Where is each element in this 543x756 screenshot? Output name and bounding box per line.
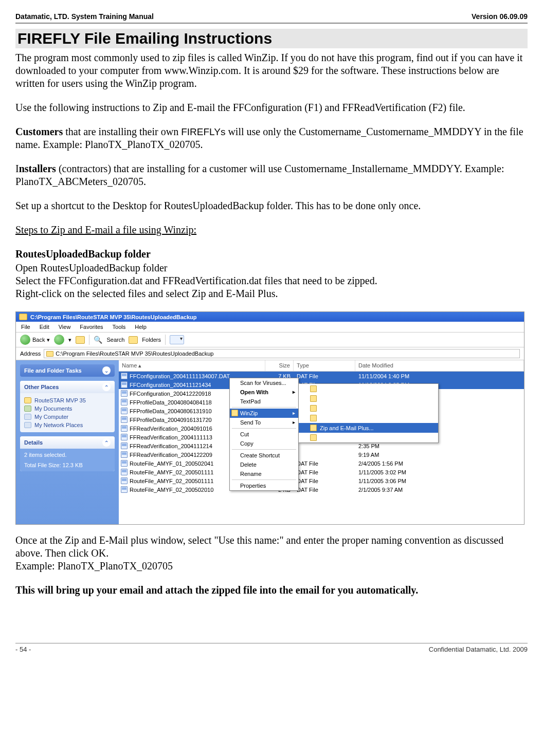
menu-item[interactable]: TextPad bbox=[230, 397, 298, 406]
tasks-header[interactable]: File and Folder Tasks ⌄ bbox=[20, 364, 115, 377]
menu-item[interactable]: Properties bbox=[230, 481, 298, 490]
menu-item[interactable]: Rename bbox=[230, 469, 298, 478]
winzip-icon bbox=[310, 385, 317, 392]
menu-tools[interactable]: Tools bbox=[113, 324, 126, 330]
menu-item-label: Delete bbox=[240, 462, 257, 468]
collapse-icon: ⌄ bbox=[102, 366, 111, 375]
menu-item-label: TextPad bbox=[240, 398, 261, 404]
file-name: FFConfiguration_20041111134007.DAT bbox=[130, 373, 230, 379]
file-date: 2/4/2005 1:56 PM bbox=[355, 460, 524, 467]
file-row[interactable]: FFReadVerification_20041222099:19 AM bbox=[119, 450, 524, 459]
fireflys-label: FIREFLYs bbox=[181, 126, 225, 137]
forward-button[interactable] bbox=[54, 335, 64, 345]
submenu-item[interactable]: Zip and E-Mail Plus... bbox=[299, 423, 438, 433]
window-titlebar[interactable]: C:\Program Files\RouteSTAR MVP 35\Routes… bbox=[16, 312, 524, 322]
menu-view[interactable]: View bbox=[59, 324, 71, 330]
menu-file[interactable]: File bbox=[21, 324, 30, 330]
file-row[interactable]: RouteFile_AMYF_02_2005020102 KBDAT File2… bbox=[119, 485, 524, 494]
tasks-box: File and Folder Tasks ⌄ bbox=[20, 364, 115, 377]
place-item[interactable]: My Network Places bbox=[24, 421, 111, 429]
winzip-icon bbox=[231, 410, 238, 416]
col-date[interactable]: Date Modified bbox=[355, 360, 524, 371]
address-path: C:\Program Files\RouteSTAR MVP 35\Routes… bbox=[56, 351, 213, 357]
file-name: RouteFile_AMYF_02_200502010 bbox=[130, 487, 213, 493]
menu-edit[interactable]: Edit bbox=[40, 324, 49, 330]
submenu-item-label: Add to RoutesUploadedBackup.zip bbox=[320, 396, 408, 402]
submenu-item[interactable]: Configure bbox=[299, 433, 438, 442]
menu-favorites[interactable]: Favorites bbox=[80, 324, 103, 330]
submenu-item-label: Zip and E-Mail RoutesUploadedBackup.zip bbox=[320, 415, 428, 421]
file-name: FFProfileData_20040916131720 bbox=[130, 417, 212, 423]
submenu-item[interactable]: Add to RoutesUploadedBackup.zip bbox=[299, 394, 438, 403]
folder-icon bbox=[19, 314, 27, 320]
file-icon bbox=[121, 477, 128, 484]
col-name[interactable]: Name ▴ bbox=[119, 360, 265, 371]
menu-item[interactable]: Create Shortcut bbox=[230, 451, 298, 460]
window-body: File and Folder Tasks ⌄ Other Places ⌃ R… bbox=[16, 360, 524, 524]
back-button[interactable]: Back ▾ bbox=[20, 335, 50, 345]
confidential-label: Confidential Datamatic, Ltd. 2009 bbox=[429, 646, 528, 653]
menu-item-label: Create Shortcut bbox=[240, 452, 280, 458]
file-columns: Name ▴ Size Type Date Modified bbox=[119, 360, 524, 372]
menu-item-label: Scan for Viruses... bbox=[240, 380, 286, 386]
file-name: FFReadVerification_2004111214 bbox=[130, 443, 212, 449]
menu-item[interactable]: Cut bbox=[230, 430, 298, 439]
explorer-window: C:\Program Files\RouteSTAR MVP 35\Routes… bbox=[15, 311, 524, 525]
menu-item-label: Cut bbox=[240, 431, 249, 437]
file-icon bbox=[121, 434, 128, 440]
menu-item-label: Properties bbox=[240, 483, 266, 489]
views-button[interactable] bbox=[170, 335, 184, 344]
place-label: My Network Places bbox=[34, 422, 83, 428]
installers-text: (contractors) that are installing for a … bbox=[15, 163, 504, 187]
place-label: RouteSTAR MVP 35 bbox=[34, 397, 86, 403]
folders-button[interactable]: Folders bbox=[142, 337, 161, 343]
menu-item[interactable]: Send To bbox=[230, 418, 298, 427]
shortcut-paragraph: Set up a shortcut to the Desktop for Rou… bbox=[15, 199, 528, 212]
up-button[interactable] bbox=[76, 336, 85, 344]
col-type[interactable]: Type bbox=[294, 360, 355, 371]
col-size[interactable]: Size bbox=[265, 360, 294, 371]
menu-item[interactable]: Copy bbox=[230, 439, 298, 448]
chevron-down-icon: ▾ bbox=[68, 337, 71, 343]
installers-label: nstallers bbox=[19, 163, 56, 174]
menu-item-label: Rename bbox=[240, 471, 262, 477]
winzip-icon bbox=[310, 395, 317, 402]
menu-item[interactable]: Scan for Viruses... bbox=[230, 378, 298, 388]
file-row[interactable]: RouteFile_AMYF_02_2005011112 KBDAT File1… bbox=[119, 468, 524, 476]
place-item[interactable]: My Computer bbox=[24, 413, 111, 421]
address-input[interactable]: C:\Program Files\RouteSTAR MVP 35\Routes… bbox=[44, 349, 520, 358]
submenu-item-label: Configure bbox=[320, 435, 345, 441]
submenu-item[interactable]: Zip and E-Mail RoutesUploadedBackup.zip bbox=[299, 413, 438, 423]
step-3: Right-click on the selected files and se… bbox=[15, 287, 528, 300]
page-title: FIREFLY File Emailing Instructions bbox=[15, 29, 528, 48]
back-label: Back bbox=[32, 337, 45, 343]
file-type: DAT File bbox=[294, 478, 355, 484]
winzip-submenu: Add to Zip file...Add to RoutesUploadedB… bbox=[298, 383, 439, 443]
places-header[interactable]: Other Places ⌃ bbox=[20, 381, 115, 393]
submenu-item[interactable]: Add to Zip file... bbox=[299, 384, 438, 394]
file-row[interactable]: RouteFile_AMYF_01_200502041DAT File2/4/2… bbox=[119, 459, 524, 468]
step-1: Open RoutesUploadedBackup folder bbox=[15, 262, 528, 274]
file-row[interactable]: FFConfiguration_20041111134007.DAT7 KBDA… bbox=[119, 372, 524, 380]
file-icon bbox=[121, 469, 128, 475]
file-row[interactable]: RouteFile_AMYF_02_2005011113 KBDAT File1… bbox=[119, 476, 524, 485]
submenu-item-label: Add to recently used Zip file bbox=[320, 405, 390, 412]
menu-help[interactable]: Help bbox=[135, 324, 147, 330]
menu-item[interactable]: Delete bbox=[230, 460, 298, 469]
tasks-title: File and Folder Tasks bbox=[24, 367, 82, 374]
menu-item[interactable]: WinZipAdd to Zip file...Add to RoutesUpl… bbox=[230, 409, 298, 418]
place-item[interactable]: RouteSTAR MVP 35 bbox=[24, 396, 111, 404]
sort-asc-icon: ▴ bbox=[138, 362, 141, 368]
intro-paragraph: The program most commonly used to zip fi… bbox=[15, 51, 528, 90]
address-label: Address bbox=[20, 351, 41, 357]
details-header[interactable]: Details ⌃ bbox=[20, 436, 115, 449]
file-icon bbox=[121, 373, 128, 379]
search-button[interactable]: Search bbox=[106, 337, 124, 343]
details-line-1: 2 items selected. bbox=[24, 452, 111, 458]
file-date: 9:19 AM bbox=[355, 452, 524, 458]
menu-item[interactable]: Open With bbox=[230, 388, 298, 397]
submenu-item[interactable]: Add to recently used Zip file bbox=[299, 403, 438, 413]
place-item[interactable]: My Documents bbox=[24, 404, 111, 413]
file-icon bbox=[121, 408, 128, 414]
file-type: DAT File bbox=[294, 460, 355, 467]
